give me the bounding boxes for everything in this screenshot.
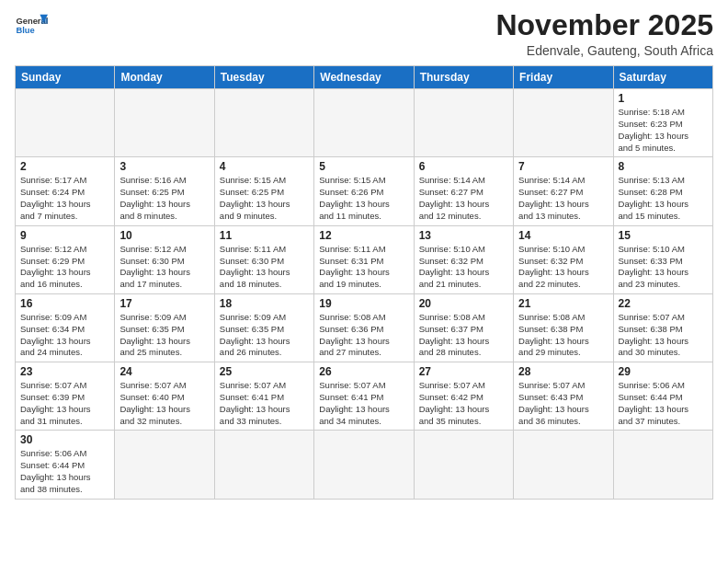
day-number: 25	[220, 365, 309, 378]
calendar-week-5: 23Sunrise: 5:07 AMSunset: 6:39 PMDayligh…	[16, 362, 713, 431]
day-number: 22	[619, 297, 708, 310]
day-info: Sunrise: 5:07 AMSunset: 6:39 PMDaylight:…	[20, 380, 109, 427]
day-number: 2	[20, 160, 109, 173]
day-number: 17	[119, 297, 209, 310]
calendar-cell: 12Sunrise: 5:11 AMSunset: 6:31 PMDayligh…	[314, 225, 414, 293]
calendar-cell: 14Sunrise: 5:10 AMSunset: 6:32 PMDayligh…	[514, 225, 613, 293]
calendar-cell: 3Sunrise: 5:16 AMSunset: 6:25 PMDaylight…	[115, 157, 214, 225]
calendar: SundayMondayTuesdayWednesdayThursdayFrid…	[15, 65, 713, 500]
header-area: General Blue November 2025 Edenvale, Gau…	[15, 9, 713, 58]
day-number: 8	[619, 160, 708, 173]
day-info: Sunrise: 5:14 AMSunset: 6:27 PMDaylight:…	[518, 175, 608, 222]
day-number: 20	[419, 297, 508, 310]
calendar-cell	[16, 89, 115, 157]
calendar-week-6: 30Sunrise: 5:06 AMSunset: 6:44 PMDayligh…	[16, 431, 713, 499]
calendar-cell: 19Sunrise: 5:08 AMSunset: 6:36 PMDayligh…	[314, 293, 414, 362]
calendar-cell: 21Sunrise: 5:08 AMSunset: 6:38 PMDayligh…	[514, 293, 613, 362]
calendar-cell: 16Sunrise: 5:09 AMSunset: 6:34 PMDayligh…	[16, 293, 115, 362]
calendar-cell: 6Sunrise: 5:14 AMSunset: 6:27 PMDaylight…	[414, 157, 513, 225]
day-number: 7	[518, 160, 608, 173]
day-number: 13	[419, 229, 508, 242]
calendar-cell: 13Sunrise: 5:10 AMSunset: 6:32 PMDayligh…	[414, 225, 513, 293]
day-number: 15	[619, 229, 708, 242]
day-info: Sunrise: 5:10 AMSunset: 6:32 PMDaylight:…	[419, 244, 508, 291]
day-info: Sunrise: 5:08 AMSunset: 6:38 PMDaylight:…	[518, 312, 608, 359]
day-info: Sunrise: 5:15 AMSunset: 6:25 PMDaylight:…	[220, 175, 309, 222]
calendar-cell: 4Sunrise: 5:15 AMSunset: 6:25 PMDaylight…	[214, 157, 313, 225]
calendar-cell: 23Sunrise: 5:07 AMSunset: 6:39 PMDayligh…	[16, 362, 115, 431]
day-number: 28	[518, 365, 608, 378]
calendar-cell: 7Sunrise: 5:14 AMSunset: 6:27 PMDaylight…	[514, 157, 613, 225]
day-number: 26	[319, 365, 408, 378]
calendar-week-1: 1Sunrise: 5:18 AMSunset: 6:23 PMDaylight…	[16, 89, 713, 157]
calendar-week-4: 16Sunrise: 5:09 AMSunset: 6:34 PMDayligh…	[16, 293, 713, 362]
day-info: Sunrise: 5:11 AMSunset: 6:30 PMDaylight:…	[220, 244, 309, 291]
day-number: 18	[220, 297, 309, 310]
calendar-cell	[514, 89, 613, 157]
day-number: 4	[220, 160, 309, 173]
month-title: November 2025	[495, 9, 713, 41]
calendar-cell: 10Sunrise: 5:12 AMSunset: 6:30 PMDayligh…	[115, 225, 214, 293]
calendar-cell: 17Sunrise: 5:09 AMSunset: 6:35 PMDayligh…	[115, 293, 214, 362]
calendar-cell	[115, 89, 214, 157]
calendar-cell: 9Sunrise: 5:12 AMSunset: 6:29 PMDaylight…	[16, 225, 115, 293]
calendar-cell: 1Sunrise: 5:18 AMSunset: 6:23 PMDaylight…	[613, 89, 712, 157]
day-info: Sunrise: 5:18 AMSunset: 6:23 PMDaylight:…	[619, 107, 708, 154]
day-number: 1	[619, 92, 708, 105]
day-info: Sunrise: 5:12 AMSunset: 6:29 PMDaylight:…	[20, 244, 109, 291]
day-info: Sunrise: 5:16 AMSunset: 6:25 PMDaylight:…	[119, 175, 209, 222]
location-title: Edenvale, Gauteng, South Africa	[495, 43, 713, 58]
day-number: 23	[20, 365, 109, 378]
calendar-cell: 24Sunrise: 5:07 AMSunset: 6:40 PMDayligh…	[115, 362, 214, 431]
calendar-cell: 15Sunrise: 5:10 AMSunset: 6:33 PMDayligh…	[613, 225, 712, 293]
svg-marker-3	[41, 18, 48, 24]
svg-text:Blue: Blue	[16, 26, 34, 35]
calendar-week-2: 2Sunrise: 5:17 AMSunset: 6:24 PMDaylight…	[16, 157, 713, 225]
day-info: Sunrise: 5:07 AMSunset: 6:40 PMDaylight:…	[119, 380, 209, 427]
calendar-cell: 5Sunrise: 5:15 AMSunset: 6:26 PMDaylight…	[314, 157, 414, 225]
day-info: Sunrise: 5:09 AMSunset: 6:34 PMDaylight:…	[20, 312, 109, 359]
calendar-cell	[514, 431, 613, 499]
logo-icon: General Blue	[15, 9, 48, 42]
day-number: 12	[319, 229, 408, 242]
day-number: 6	[419, 160, 508, 173]
day-info: Sunrise: 5:06 AMSunset: 6:44 PMDaylight:…	[20, 448, 109, 495]
day-number: 29	[619, 365, 708, 378]
day-info: Sunrise: 5:07 AMSunset: 6:41 PMDaylight:…	[319, 380, 408, 427]
day-info: Sunrise: 5:12 AMSunset: 6:30 PMDaylight:…	[119, 244, 209, 291]
weekday-header-saturday: Saturday	[613, 66, 712, 89]
day-info: Sunrise: 5:07 AMSunset: 6:38 PMDaylight:…	[619, 312, 708, 359]
weekday-header-tuesday: Tuesday	[214, 66, 313, 89]
calendar-cell: 20Sunrise: 5:08 AMSunset: 6:37 PMDayligh…	[414, 293, 513, 362]
calendar-cell: 2Sunrise: 5:17 AMSunset: 6:24 PMDaylight…	[16, 157, 115, 225]
calendar-cell: 27Sunrise: 5:07 AMSunset: 6:42 PMDayligh…	[414, 362, 513, 431]
day-info: Sunrise: 5:08 AMSunset: 6:37 PMDaylight:…	[419, 312, 508, 359]
weekday-header-sunday: Sunday	[16, 66, 115, 89]
day-number: 9	[20, 229, 109, 242]
day-number: 21	[518, 297, 608, 310]
weekday-header-monday: Monday	[115, 66, 214, 89]
calendar-cell	[314, 89, 414, 157]
day-info: Sunrise: 5:11 AMSunset: 6:31 PMDaylight:…	[319, 244, 408, 291]
day-number: 3	[119, 160, 209, 173]
day-info: Sunrise: 5:07 AMSunset: 6:41 PMDaylight:…	[220, 380, 309, 427]
day-info: Sunrise: 5:07 AMSunset: 6:43 PMDaylight:…	[518, 380, 608, 427]
day-info: Sunrise: 5:09 AMSunset: 6:35 PMDaylight:…	[220, 312, 309, 359]
weekday-header-friday: Friday	[514, 66, 613, 89]
calendar-cell: 25Sunrise: 5:07 AMSunset: 6:41 PMDayligh…	[214, 362, 313, 431]
calendar-cell: 8Sunrise: 5:13 AMSunset: 6:28 PMDaylight…	[613, 157, 712, 225]
calendar-cell: 22Sunrise: 5:07 AMSunset: 6:38 PMDayligh…	[613, 293, 712, 362]
weekday-header-wednesday: Wednesday	[314, 66, 414, 89]
logo: General Blue	[15, 9, 48, 42]
calendar-cell	[214, 89, 313, 157]
calendar-cell: 11Sunrise: 5:11 AMSunset: 6:30 PMDayligh…	[214, 225, 313, 293]
calendar-cell: 26Sunrise: 5:07 AMSunset: 6:41 PMDayligh…	[314, 362, 414, 431]
day-info: Sunrise: 5:10 AMSunset: 6:33 PMDaylight:…	[619, 244, 708, 291]
calendar-cell: 28Sunrise: 5:07 AMSunset: 6:43 PMDayligh…	[514, 362, 613, 431]
calendar-cell: 30Sunrise: 5:06 AMSunset: 6:44 PMDayligh…	[16, 431, 115, 499]
title-area: November 2025 Edenvale, Gauteng, South A…	[495, 9, 713, 58]
day-info: Sunrise: 5:08 AMSunset: 6:36 PMDaylight:…	[319, 312, 408, 359]
day-number: 19	[319, 297, 408, 310]
calendar-cell: 18Sunrise: 5:09 AMSunset: 6:35 PMDayligh…	[214, 293, 313, 362]
calendar-cell	[613, 431, 712, 499]
